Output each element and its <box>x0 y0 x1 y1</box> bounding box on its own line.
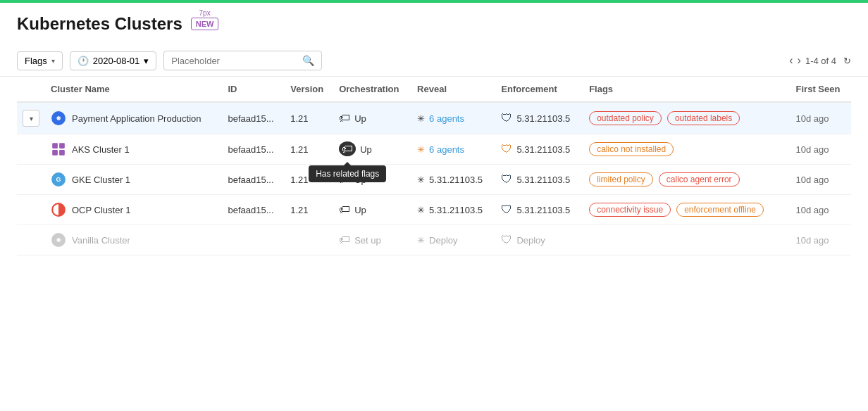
table-row: G GKE Cluster 1 befaad15... 1.21 🏷 Up ✳ <box>17 165 851 195</box>
orchestration-cell: 🏷 Up <box>333 195 411 225</box>
orchestration-cell: 🏷 Up <box>333 102 411 134</box>
col-version: Version <box>285 77 333 102</box>
expand-cell <box>17 195 45 225</box>
search-icon[interactable]: 🔍 <box>302 55 314 66</box>
flag-tag-enforcement-offline: enforcement offline <box>676 203 764 217</box>
tag-icon: 🏷 <box>339 203 350 216</box>
new-badge-wrapper: 7px NEW <box>191 18 219 30</box>
flags-cell: calico not installed <box>583 134 790 165</box>
reveal-cell: ✳ 5.31.21103.5 <box>411 165 495 195</box>
clusters-table: Cluster Name ID Version Orchestration Re… <box>17 77 851 255</box>
reveal-icon: ✳ <box>417 175 425 185</box>
col-enforcement: Enforcement <box>495 77 583 102</box>
first-seen: 10d ago <box>790 134 851 165</box>
col-flags: Flags <box>583 77 790 102</box>
shield-warning-icon: 🛡 <box>501 143 512 156</box>
cluster-id: befaad15... <box>222 165 285 195</box>
table-row: AKS Cluster 1 befaad15... 1.21 🏷 Has rel… <box>17 134 851 165</box>
gke-icon: G <box>51 172 66 187</box>
tag-icon: 🏷 <box>339 112 350 125</box>
reveal-deploy: ✳ Deploy <box>411 225 495 255</box>
reveal-cell: ✳ 5.31.21103.5 <box>411 195 495 225</box>
flag-tag-calico-not-installed: calico not installed <box>589 142 674 156</box>
date-filter-button[interactable]: 🕐 2020-08-01 ▾ <box>70 51 157 70</box>
setup-tag-icon: 🏷 <box>339 234 350 246</box>
enforcement-cell: 🛡 5.31.21103.5 <box>495 165 583 195</box>
flags-filter-button[interactable]: Flags ▾ <box>17 51 63 70</box>
tag-icon: 🏷 <box>339 173 350 186</box>
chevron-down-icon: ▾ <box>51 57 55 65</box>
table-wrapper: Cluster Name ID Version Orchestration Re… <box>0 77 868 255</box>
pagination-label: 1-4 of 4 <box>805 56 836 66</box>
agents-link[interactable]: 6 agents <box>429 144 464 155</box>
shield-icon: 🛡 <box>501 203 512 216</box>
flags-cell: limited policy calico agent error <box>583 165 790 195</box>
expand-button[interactable]: ▾ <box>23 110 39 127</box>
cluster-version-empty <box>285 225 333 255</box>
col-first-seen: First Seen <box>790 77 851 102</box>
k8s-icon: ⎈ <box>51 110 66 126</box>
svg-rect-4 <box>52 150 58 156</box>
svg-text:⎈: ⎈ <box>56 236 61 244</box>
cluster-name-text: Payment Application Production <box>72 113 202 124</box>
svg-text:⎈: ⎈ <box>56 114 61 122</box>
cluster-name-cell: OCP Cluster 1 <box>45 195 222 225</box>
col-id: ID <box>222 77 285 102</box>
date-label: 2020-08-01 <box>93 56 140 66</box>
reveal-icon-warning: ✳ <box>417 144 425 155</box>
svg-rect-3 <box>59 143 65 148</box>
reveal-cell: ✳ 6 agents <box>411 102 495 134</box>
flag-tag-limited-policy: limited policy <box>589 172 653 186</box>
refresh-button[interactable]: ↻ <box>843 56 851 66</box>
deploy-link-2[interactable]: Deploy <box>516 235 545 246</box>
chevron-down-icon-date: ▾ <box>144 56 149 66</box>
next-page-button[interactable]: › <box>798 54 801 67</box>
tooltip-wrapper: 🏷 Has related flags <box>339 143 356 156</box>
col-expand <box>17 77 45 102</box>
orchestration-status: Up <box>354 175 366 185</box>
col-reveal: Reveal <box>411 77 495 102</box>
shield-icon: 🛡 <box>501 112 512 125</box>
first-seen: 10d ago <box>790 102 851 134</box>
reveal-value: 5.31.21103.5 <box>429 205 483 215</box>
deploy-label-1: Deploy <box>429 235 457 246</box>
enforcement-value: 5.31.21103.5 <box>516 113 570 124</box>
enforcement-deploy: 🛡 Deploy <box>495 225 583 255</box>
flags-label: Flags <box>25 56 47 66</box>
orchestration-status: Up <box>360 144 372 155</box>
orchestration-status: Up <box>354 205 366 215</box>
agents-link[interactable]: 6 agents <box>429 113 464 124</box>
orchestration-cell: 🏷 Up <box>333 165 411 195</box>
first-seen: 10d ago <box>790 195 851 225</box>
enforcement-cell: 🛡 5.31.21103.5 <box>495 102 583 134</box>
flags-cell: outdated policy outdated labels <box>583 102 790 134</box>
enforcement-value: 5.31.21103.5 <box>516 175 570 185</box>
enforcement-value: 5.31.21103.5 <box>516 144 570 155</box>
cluster-id: befaad15... <box>222 102 285 134</box>
tag-icon-hover: 🏷 <box>339 141 356 156</box>
cluster-name-text: Vanilla Cluster <box>72 235 130 246</box>
flags-cell: connectivity issue enforcement offline <box>583 195 790 225</box>
orchestration-cell: 🏷 Has related flags Up <box>333 134 411 165</box>
reveal-value: 5.31.21103.5 <box>429 175 483 185</box>
search-input[interactable] <box>171 56 298 66</box>
deploy-asterisk-icon: ✳ <box>417 235 425 246</box>
page-title: Kubernetes Clusters <box>17 14 182 34</box>
clock-icon: 🕐 <box>78 56 89 66</box>
table-row: ▾ ⎈ Payment Application Production befaa… <box>17 102 851 134</box>
prev-page-button[interactable]: ‹ <box>789 54 793 67</box>
cluster-version: 1.21 <box>285 195 333 225</box>
deploy-link-1[interactable]: Deploy <box>429 235 457 246</box>
svg-rect-2 <box>52 143 58 148</box>
flags-cell-empty <box>583 225 790 255</box>
flag-tag-connectivity-issue: connectivity issue <box>589 203 671 217</box>
cluster-version: 1.21 <box>285 134 333 165</box>
cluster-version: 1.21 <box>285 102 333 134</box>
search-wrapper: 🔍 <box>163 51 322 70</box>
enforcement-cell: 🛡 5.31.21103.5 <box>495 134 583 165</box>
first-seen: 10d ago <box>790 165 851 195</box>
set-up-link[interactable]: Set up <box>354 235 381 246</box>
page-header: Kubernetes Clusters 7px NEW <box>0 3 868 45</box>
px-label: 7px <box>199 9 211 17</box>
reveal-cell: ✳ 6 agents <box>411 134 495 165</box>
